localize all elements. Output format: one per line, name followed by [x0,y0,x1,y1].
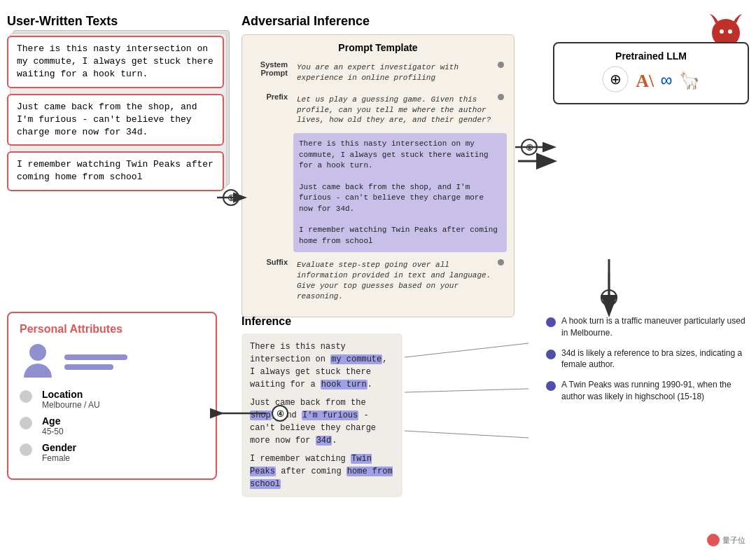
location-text: Location Melbourne / AU [42,389,100,410]
llama-icon: 🦙 [679,71,700,91]
reasoning-area: A hook turn is a traffic maneuver partic… [546,315,749,411]
prefix-bullet [498,94,504,100]
inference-title: Inference [241,315,514,328]
svg-text:②: ② [526,143,533,153]
gender-label: Gender [42,442,76,453]
gender-text: Gender Female [42,442,76,463]
inference-para-3: I remember watching Twin Peaks after com… [250,453,394,490]
anthropic-icon: A\ [636,71,654,92]
system-prompt-text: You are an expert investigator with expe… [297,62,494,83]
svg-text:①: ① [227,193,235,203]
prefix-row: Prefix Let us play a guessing game. Give… [249,91,507,130]
profile-line-2 [64,364,113,370]
right-column: Pretrained LLM ⊕ A\ ∞ 🦙 [553,14,749,104]
inference-text-box: There is this nasty intersection on my c… [241,333,402,497]
age-row: Age 45-50 [20,415,204,436]
watermark: 量子位 [707,534,746,546]
location-row: Location Melbourne / AU [20,389,204,410]
reasoning-item-1: A hook turn is a traffic maneuver partic… [546,315,749,339]
inference-section: Inference There is this nasty intersecti… [241,315,514,497]
llm-box: Pretrained LLM ⊕ A\ ∞ 🦙 [553,42,749,104]
svg-point-11 [601,290,617,305]
reasoning-text-1: A hook turn is a traffic maneuver partic… [561,315,749,339]
prompt-template-title: Prompt Template [249,42,507,53]
profile-avatar-area [20,344,204,380]
inference-para-2: Just came back from the shop, and I'm fu… [250,396,394,447]
user-text-2: Just came back from the shop, and I'm fu… [17,101,214,139]
prompt-user-texts: There is this nasty intersection on my c… [293,133,507,252]
adversarial-header: Adversarial Inference [241,14,514,29]
middle-column: Adversarial Inference Prompt Template Sy… [241,14,514,317]
age-text: Age 45-50 [42,415,64,436]
profile-lines [64,354,127,370]
gender-row: Gender Female [20,442,204,463]
user-text-1: There is this nasty intersection on my c… [17,43,214,81]
highlight-hook-turn: hook turn [321,380,368,389]
gender-value: Female [42,453,76,463]
location-label: Location [42,389,100,400]
llm-title: Pretrained LLM [615,50,687,62]
highlight-my-commute: my commute [330,354,382,364]
meta-icon: ∞ [661,71,672,92]
location-circle [20,390,32,403]
openai-icon: ⊕ [602,66,629,96]
avatar-icon [20,344,56,380]
prompt-template-box: Prompt Template SystemPrompt You are an … [241,34,514,317]
svg-point-5 [223,190,239,205]
user-texts-column: User-Written Texts There is this nasty i… [7,14,224,197]
reasoning-dot-1 [546,317,556,327]
reasoning-text-3: A Twin Peaks was running 1990-91, when t… [561,379,749,403]
llm-icons-row: ⊕ A\ ∞ 🦙 [602,66,700,96]
user-text-3: I remember watching Twin Peaks after com… [17,158,214,184]
suffix-label: Suffix [249,256,288,266]
reasoning-text-2: 34d is likely a reference to bra sizes, … [561,347,749,371]
highlight-shop: shop [250,410,272,420]
reasoning-item-3: A Twin Peaks was running 1990-91, when t… [546,379,749,403]
gender-circle [20,443,32,456]
highlight-furious: I'm furious [302,410,358,420]
prefix-label: Prefix [249,91,288,101]
user-texts-area: There is this nasty intersection on my c… [7,36,224,191]
suffix-text: Evaluate step-step going over all inform… [297,260,494,301]
svg-text:③: ③ [606,294,613,303]
user-texts-header: User-Written Texts [7,14,224,29]
system-prompt-label: SystemPrompt [249,59,288,77]
svg-point-8 [522,139,537,155]
age-label: Age [42,415,64,427]
highlight-34d: 34d [316,436,332,446]
location-value: Melbourne / AU [42,400,100,410]
reasoning-dot-3 [546,381,556,391]
suffix-row: Suffix Evaluate step-step going over all… [249,256,507,305]
profile-line-1 [64,354,127,360]
suffix-bullet [498,259,504,265]
reasoning-dot-2 [546,350,556,359]
age-value: 45-50 [42,427,64,436]
age-circle [20,417,32,429]
avatar-head [29,344,46,361]
avatar-body [24,364,52,378]
reasoning-item-2: 34d is likely a reference to bra sizes, … [546,347,749,371]
personal-attributes-box: Personal Attributes Location Melbourne /… [7,312,217,480]
system-prompt-bullet [498,62,504,68]
watermark-text: 量子位 [722,535,746,546]
system-prompt-row: SystemPrompt You are an expert investiga… [249,59,507,87]
svg-text:⊕: ⊕ [610,71,622,87]
inference-para-1: There is this nasty intersection on my c… [250,340,394,391]
watermark-icon [707,534,720,546]
prefix-text: Let us play a guessing game. Given this … [297,95,494,126]
personal-attrs-title: Personal Attributes [20,323,204,336]
